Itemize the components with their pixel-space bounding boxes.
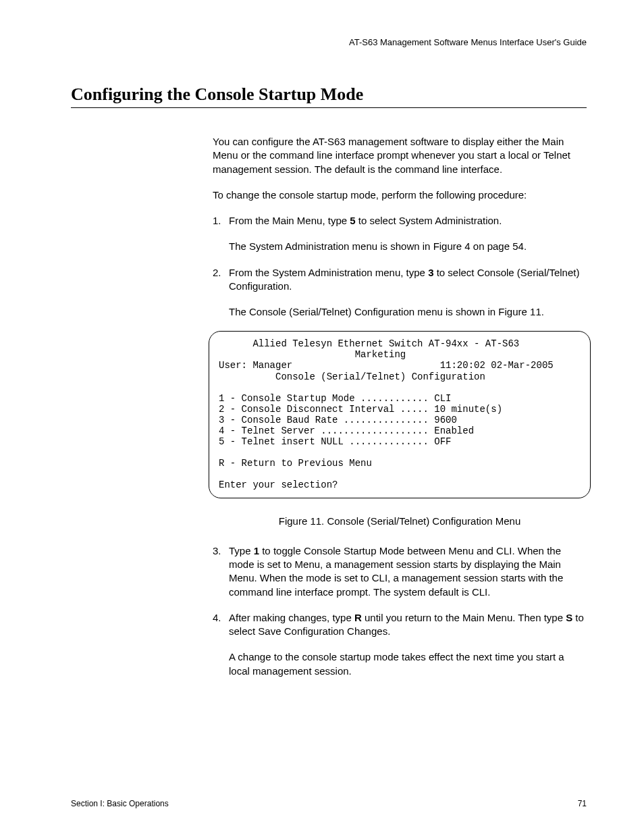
step-body: From the System Administration menu, typ… xyxy=(229,266,587,294)
terminal-line: Allied Telesyn Ethernet Switch AT-94xx -… xyxy=(219,338,519,349)
step-key: 5 xyxy=(350,215,355,226)
terminal-line: 5 - Telnet insert NULL .............. OF… xyxy=(219,436,451,447)
step-number: 1. xyxy=(213,214,229,228)
terminal-line: 3 - Console Baud Rate ............... 96… xyxy=(219,415,457,425)
step-body: From the Main Menu, type 5 to select Sys… xyxy=(229,214,587,228)
header-guide-title: AT-S63 Management Software Menus Interfa… xyxy=(71,37,587,47)
step-1: 1. From the Main Menu, type 5 to select … xyxy=(213,214,587,228)
step-text-mid: until you return to the Main Menu. Then … xyxy=(362,612,566,623)
step-number: 4. xyxy=(213,611,229,639)
step-text-post: to select System Administration. xyxy=(356,215,502,226)
step-key-1: R xyxy=(354,612,362,623)
step-2: 2. From the System Administration menu, … xyxy=(213,266,587,294)
step-4-follow: A change to the console startup mode tak… xyxy=(229,650,587,678)
step-text-pre: From the Main Menu, type xyxy=(229,215,350,226)
section-heading: Configuring the Console Startup Mode xyxy=(71,84,587,108)
page-footer: Section I: Basic Operations 71 xyxy=(71,799,587,808)
step-1-follow: The System Administration menu is shown … xyxy=(229,240,587,253)
footer-page-number: 71 xyxy=(578,799,587,808)
intro-paragraph-2: To change the console startup mode, perf… xyxy=(213,188,587,202)
terminal-line: R - Return to Previous Menu xyxy=(219,458,372,469)
step-text-pre: From the System Administration menu, typ… xyxy=(229,267,428,278)
step-4: 4. After making changes, type R until yo… xyxy=(213,611,587,639)
step-key: 1 xyxy=(254,545,259,556)
terminal-line: Console (Serial/Telnet) Configuration xyxy=(219,371,485,382)
step-number: 2. xyxy=(213,266,229,294)
step-body: After making changes, type R until you r… xyxy=(229,611,587,639)
terminal-output: Allied Telesyn Ethernet Switch AT-94xx -… xyxy=(209,331,591,498)
figure-caption: Figure 11. Console (Serial/Telnet) Confi… xyxy=(213,515,587,528)
step-text-pre: After making changes, type xyxy=(229,612,354,623)
terminal-line: 4 - Telnet Server ................... En… xyxy=(219,425,474,436)
terminal-line: User: Manager 11:20:02 02-Mar-2005 xyxy=(219,360,554,371)
terminal-line: 2 - Console Disconnect Interval ..... 10… xyxy=(219,404,502,415)
step-3: 3. Type 1 to toggle Console Startup Mode… xyxy=(213,544,587,599)
terminal-line: Marketing xyxy=(219,349,406,360)
step-text-post: to toggle Console Startup Mode between M… xyxy=(229,545,563,598)
content-body: You can configure the AT-S63 management … xyxy=(213,135,587,678)
step-number: 3. xyxy=(213,544,229,599)
step-body: Type 1 to toggle Console Startup Mode be… xyxy=(229,544,587,599)
step-key-2: S xyxy=(566,612,572,623)
footer-section: Section I: Basic Operations xyxy=(71,799,169,808)
terminal-line: 1 - Console Startup Mode ............ CL… xyxy=(219,393,451,404)
intro-paragraph-1: You can configure the AT-S63 management … xyxy=(213,135,587,176)
step-2-follow: The Console (Serial/Telnet) Configuratio… xyxy=(229,305,587,319)
step-text-pre: Type xyxy=(229,545,254,556)
terminal-line: Enter your selection? xyxy=(219,479,338,490)
